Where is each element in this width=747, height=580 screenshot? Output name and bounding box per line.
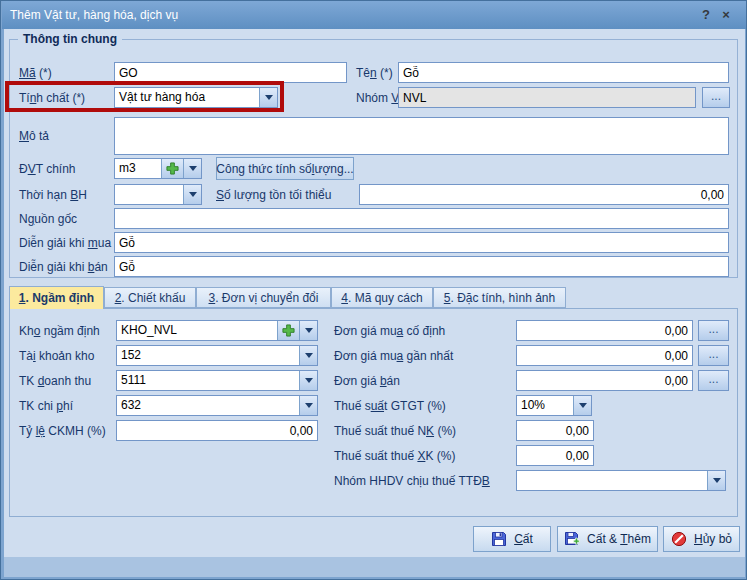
- tab-chiet-khau[interactable]: 2. Chiết khấu: [104, 287, 196, 308]
- code-input[interactable]: [114, 62, 347, 83]
- type-combobox-value: Vật tư hàng hóa: [115, 88, 259, 107]
- warehouse-account-value: 152: [117, 346, 299, 365]
- default-warehouse-label: Kho ngầm định: [19, 324, 100, 338]
- default-warehouse-value: KHO_NVL: [117, 321, 277, 340]
- vat-rate-combobox[interactable]: 10%: [516, 395, 592, 416]
- special-tax-group-label: Nhóm HHDV chịu thuế TTĐB: [334, 474, 490, 488]
- origin-label: Nguồn gốc: [19, 212, 77, 226]
- cancel-button[interactable]: Hủy bỏ: [663, 526, 740, 552]
- chevron-down-icon[interactable]: [183, 159, 201, 178]
- chevron-down-icon[interactable]: [183, 185, 201, 204]
- latest-purchase-price-browse-button[interactable]: ...: [698, 345, 729, 366]
- plus-icon: [282, 324, 295, 337]
- save-and-add-button[interactable]: Cất & Thêm: [557, 526, 658, 552]
- chevron-down-icon[interactable]: [259, 88, 277, 107]
- unit-label: ĐVT chính: [19, 162, 76, 176]
- warehouse-account-combobox[interactable]: 152: [116, 345, 318, 366]
- fixed-purchase-price-label: Đơn giá mua cố định: [334, 324, 445, 338]
- code-label: Mã (*): [19, 66, 52, 80]
- type-combobox[interactable]: Vật tư hàng hóa: [114, 87, 278, 108]
- unit-combobox-value: m3: [115, 159, 161, 178]
- fixed-purchase-price-input[interactable]: [516, 320, 693, 341]
- default-warehouse-combobox[interactable]: KHO_NVL: [116, 320, 318, 341]
- warranty-combobox[interactable]: [114, 184, 202, 205]
- sale-desc-input[interactable]: [114, 256, 729, 277]
- save-plus-icon: [564, 531, 580, 547]
- group-input: [398, 87, 696, 108]
- save-icon: [491, 531, 507, 547]
- sale-price-label: Đơn giá bán: [334, 374, 400, 388]
- warranty-label: Thời hạn BH: [19, 188, 87, 202]
- discount-rate-input[interactable]: [116, 420, 318, 441]
- revenue-account-value: 5111: [117, 371, 299, 390]
- special-tax-group-value: [517, 471, 707, 490]
- name-label: Tên (*): [356, 66, 393, 80]
- dialog-title: Thêm Vật tư, hàng hóa, dịch vụ: [2, 8, 178, 22]
- tab-ngam-dinh[interactable]: 1. Ngầm định: [9, 286, 104, 309]
- latest-purchase-price-label: Đơn giá mua gần nhất: [334, 349, 453, 363]
- special-tax-group-combobox[interactable]: [516, 470, 726, 491]
- cost-account-label: TK chi phí: [19, 399, 73, 413]
- group-browse-button[interactable]: ...: [702, 87, 730, 108]
- sale-desc-label: Diễn giải khi bán: [19, 260, 108, 274]
- chevron-down-icon[interactable]: [299, 396, 317, 415]
- vat-rate-label: Thuế suất GTGT (%): [334, 399, 446, 413]
- chevron-down-icon[interactable]: [299, 371, 317, 390]
- chevron-down-icon[interactable]: [707, 471, 725, 490]
- description-input[interactable]: [114, 117, 729, 155]
- revenue-account-label: TK doanh thu: [19, 374, 91, 388]
- dialog-footer-strip: [4, 557, 745, 577]
- help-button[interactable]: ?: [698, 7, 714, 23]
- latest-purchase-price-input[interactable]: [516, 345, 693, 366]
- save-button[interactable]: Cất: [473, 526, 551, 552]
- groupbox-legend: Thông tin chung: [18, 32, 122, 46]
- unit-combobox[interactable]: m3: [114, 158, 202, 179]
- fixed-purchase-price-browse-button[interactable]: ...: [698, 320, 729, 341]
- add-unit-button[interactable]: [161, 159, 183, 178]
- tab-ma-quy-cach[interactable]: 4. Mã quy cách: [331, 287, 433, 308]
- titlebar[interactable]: Thêm Vật tư, hàng hóa, dịch vụ: [2, 1, 747, 29]
- close-button[interactable]: ×: [718, 7, 734, 23]
- chevron-down-icon[interactable]: [573, 396, 591, 415]
- tab-don-vi-chuyen-doi[interactable]: 3. Đơn vị chuyển đổi: [196, 287, 331, 308]
- type-label: Tính chất (*): [19, 91, 85, 105]
- sale-price-browse-button[interactable]: ...: [698, 370, 729, 391]
- cancel-button-label: Hủy bỏ: [694, 532, 732, 546]
- purchase-desc-input[interactable]: [114, 232, 729, 253]
- description-label: Mô tả: [19, 129, 49, 143]
- quantity-formula-button[interactable]: Công thức tính số lượng...: [216, 157, 354, 180]
- discount-rate-label: Tỷ lệ CKMH (%): [19, 424, 106, 438]
- dialog-window: Thêm Vật tư, hàng hóa, dịch vụ ? × Thông…: [0, 0, 747, 580]
- cost-account-value: 632: [117, 396, 299, 415]
- add-warehouse-button[interactable]: [277, 321, 299, 340]
- min-stock-input[interactable]: [359, 184, 729, 205]
- cost-account-combobox[interactable]: 632: [116, 395, 318, 416]
- plus-icon: [166, 162, 179, 175]
- tab-dac-tinh-hinh-anh[interactable]: 5. Đặc tính, hình ảnh: [433, 287, 566, 308]
- chevron-down-icon[interactable]: [299, 321, 317, 340]
- import-tax-input[interactable]: [516, 420, 594, 441]
- purchase-desc-label: Diễn giải khi mua: [19, 236, 111, 250]
- chevron-down-icon[interactable]: [299, 346, 317, 365]
- save-and-add-button-label: Cất & Thêm: [587, 532, 651, 546]
- name-input[interactable]: [398, 62, 729, 83]
- warranty-combobox-value: [115, 185, 183, 204]
- origin-input[interactable]: [114, 208, 729, 229]
- vat-rate-value: 10%: [517, 396, 573, 415]
- export-tax-label: Thuế suất thuế XK (%): [334, 449, 455, 463]
- sale-price-input[interactable]: [516, 370, 693, 391]
- cancel-icon: [671, 531, 687, 547]
- import-tax-label: Thuế suất thuế NK (%): [334, 424, 456, 438]
- warehouse-account-label: Tài khoản kho: [19, 349, 94, 363]
- export-tax-input[interactable]: [516, 445, 594, 466]
- revenue-account-combobox[interactable]: 5111: [116, 370, 318, 391]
- save-button-label: Cất: [514, 532, 533, 546]
- min-stock-label: Số lượng tồn tối thiểu: [216, 188, 331, 202]
